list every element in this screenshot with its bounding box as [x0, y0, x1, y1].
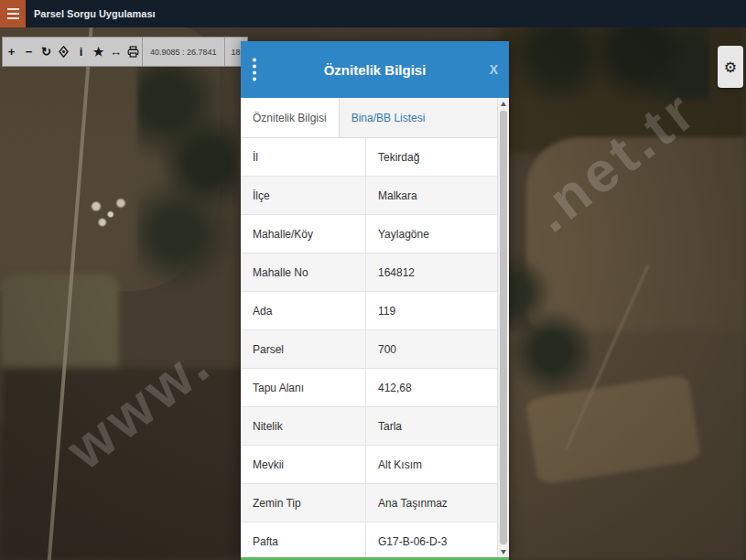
table-row: Ada 119: [241, 292, 497, 330]
modal-title: Öznitelik Bilgisi: [324, 62, 427, 78]
refresh-button[interactable]: ↻: [38, 38, 55, 66]
table-row: Mahalle No 164812: [241, 253, 497, 292]
scrollbar-thumb[interactable]: [500, 111, 507, 544]
favorite-button[interactable]: ★: [90, 38, 107, 66]
refresh-icon: ↻: [41, 45, 51, 59]
tab-oznitelik-bilgisi[interactable]: Öznitelik Bilgisi: [241, 98, 340, 137]
map-toolbar: + − ↻ i ★ ↔ 40.9085 : 26.7841 18: [2, 37, 248, 67]
modal-body: Öznitelik Bilgisi Bina/BB Listesi İl Tek…: [241, 98, 509, 560]
pan-button[interactable]: ↔: [107, 38, 124, 66]
hamburger-menu-button[interactable]: [0, 0, 26, 27]
app-title: Parsel Sorgu Uygulaması: [34, 8, 156, 19]
modal-scrollbar[interactable]: [497, 98, 509, 560]
table-row: İl Tekirdağ: [241, 138, 497, 177]
star-icon: ★: [93, 45, 104, 59]
top-navbar: Parsel Sorgu Uygulaması: [0, 0, 746, 27]
tab-bina-bb-listesi[interactable]: Bina/BB Listesi: [340, 98, 438, 137]
table-row: Mahalle/Köy Yaylagöne: [241, 215, 497, 253]
coordinates-display: 40.9085 : 26.7841: [142, 38, 224, 66]
gear-icon: ⚙: [724, 59, 737, 76]
locate-button[interactable]: [55, 38, 72, 66]
settings-button[interactable]: ⚙: [718, 46, 743, 88]
modal-header[interactable]: Öznitelik Bilgisi X: [241, 41, 509, 98]
scroll-down-arrow-icon[interactable]: [498, 550, 509, 555]
zoom-out-button[interactable]: −: [20, 38, 38, 66]
info-button[interactable]: i: [72, 38, 90, 66]
table-row: Mevkii Alt Kısım: [241, 446, 497, 484]
table-row: Zemin Tip Ana Taşınmaz: [241, 484, 497, 522]
tab-bar: Öznitelik Bilgisi Bina/BB Listesi: [241, 98, 497, 138]
app-window: www. .net.tr Parsel Sorgu Uygulaması + −…: [0, 0, 746, 560]
table-row: Parsel 700: [241, 330, 497, 369]
plus-icon: +: [8, 45, 16, 59]
printer-icon: [127, 46, 139, 58]
hamburger-icon: [7, 8, 19, 10]
dots-icon: [253, 59, 256, 62]
table-row: Pafta G17-B-06-D-3: [241, 522, 497, 560]
zoom-in-button[interactable]: +: [3, 38, 20, 66]
table-row: Nitelik Tarla: [241, 407, 497, 446]
print-button[interactable]: [124, 38, 142, 66]
locate-icon: [58, 46, 70, 58]
resize-arrow-icon: ↔: [110, 45, 122, 59]
close-button[interactable]: X: [490, 62, 498, 77]
table-row: İlçe Malkara: [241, 177, 497, 215]
info-icon: i: [80, 45, 83, 59]
scroll-up-arrow-icon[interactable]: [498, 102, 509, 106]
attribute-info-modal: Öznitelik Bilgisi X Öznitelik Bilgisi Bi…: [241, 41, 509, 560]
minus-icon: −: [26, 45, 33, 59]
table-row: Tapu Alanı 412,68: [241, 369, 497, 407]
modal-menu-button[interactable]: [253, 59, 256, 81]
attribute-table: İl Tekirdağ İlçe Malkara Mahalle/Köy Yay…: [241, 138, 497, 560]
